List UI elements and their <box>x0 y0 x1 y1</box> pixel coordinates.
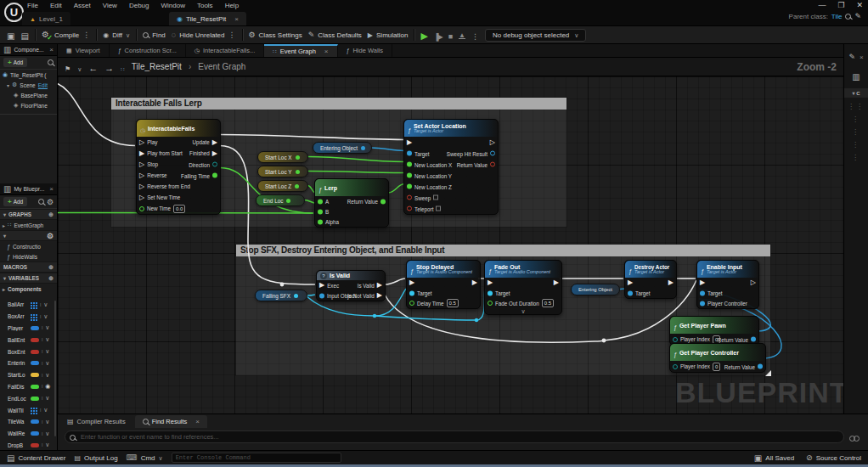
getter-start-loc-z[interactable]: Start Loc Z <box>257 180 308 192</box>
content-drawer-button[interactable]: Content Drawer <box>7 453 65 463</box>
add-blueprint-item-button[interactable]: Add <box>3 197 27 206</box>
collapse-icon[interactable] <box>3 222 5 228</box>
chevron-down-icon[interactable] <box>45 442 49 448</box>
visibility-eye-icon[interactable] <box>45 383 50 390</box>
node-is-valid[interactable]: ?Is Valid Exec Is Valid Input Object Is … <box>316 270 386 301</box>
close-icon[interactable] <box>49 185 54 193</box>
close-tab-icon[interactable]: × <box>195 418 200 425</box>
chevron-down-icon[interactable] <box>45 348 49 355</box>
eject-button[interactable] <box>459 31 465 39</box>
return-pin[interactable] <box>490 162 495 167</box>
exec-in-pin[interactable] <box>319 282 324 289</box>
gear-icon[interactable] <box>47 232 54 240</box>
bookmark-icon[interactable] <box>65 59 70 75</box>
scrollbar[interactable] <box>54 301 56 436</box>
node-lerp[interactable]: Lerp A Return Value B Alpha <box>314 178 389 228</box>
add-macro-icon[interactable] <box>48 264 54 271</box>
is-valid-exec-pin[interactable] <box>377 282 382 289</box>
parent-class-link[interactable]: Tile <box>831 13 843 20</box>
variable-row[interactable]: FallDis l <box>0 381 58 393</box>
collapse-icon[interactable] <box>3 286 5 292</box>
tab-level[interactable]: Level_1 <box>22 12 70 25</box>
forward-icon[interactable] <box>104 59 114 75</box>
node-timeline-interactablefalls[interactable]: InteractableFalls Play Update Play from … <box>136 119 221 215</box>
macros-section-header[interactable]: MACROS <box>0 262 57 273</box>
getter-falling-sfx[interactable]: Falling SFX <box>255 290 307 301</box>
stop-button[interactable] <box>448 27 453 42</box>
console-command-input[interactable] <box>172 453 341 463</box>
menu-item[interactable]: Edit <box>50 2 62 9</box>
variable-row[interactable]: TileWa l <box>0 416 58 428</box>
exec-pin[interactable] <box>212 150 217 157</box>
target-pin[interactable] <box>488 290 493 295</box>
variable-row[interactable]: WallRe l <box>0 428 58 440</box>
function-row-construction[interactable]: Constructio <box>0 241 57 251</box>
menu-item[interactable]: File <box>27 2 38 9</box>
exec-in-pin[interactable] <box>628 279 633 286</box>
expand-chevron-icon[interactable]: ∨ <box>485 308 561 314</box>
variables-section-header[interactable]: VARIABLES <box>0 273 57 284</box>
simulation-button[interactable]: Simulation <box>368 31 409 39</box>
close-icon[interactable] <box>49 46 54 53</box>
exec-in-pin[interactable] <box>409 279 414 286</box>
chevron-down-icon[interactable] <box>45 419 49 425</box>
expand-icon[interactable] <box>7 82 9 88</box>
function-row-hidewalls[interactable]: HideWalls <box>0 251 57 262</box>
new-time-value[interactable]: 0.0 <box>173 205 185 213</box>
fade-duration-value[interactable]: 0.5 <box>542 299 554 307</box>
menu-item[interactable]: Asset <box>74 2 91 9</box>
exec-pin[interactable] <box>212 139 217 146</box>
close-tab-icon[interactable]: × <box>324 48 329 55</box>
falling-time-pin[interactable] <box>212 173 217 178</box>
search-icon[interactable] <box>38 199 44 205</box>
chevron-down-icon[interactable] <box>45 360 49 367</box>
exec-out-pin[interactable] <box>751 279 756 286</box>
find-button[interactable]: Find <box>143 31 166 39</box>
new-location-z-pin[interactable] <box>407 184 412 189</box>
variable-row[interactable]: StartLo l <box>0 369 58 381</box>
delay-time-pin[interactable] <box>409 301 414 306</box>
drag-handle[interactable]: ⋮ <box>852 128 860 136</box>
node-get-player-pawn[interactable]: Get Player Pawn Player Index0 Return Val… <box>669 316 759 346</box>
pin-b[interactable] <box>318 209 323 214</box>
exec-pin[interactable] <box>139 161 144 168</box>
node-set-actor-location[interactable]: Set Actor LocationTarget is Actor Target… <box>403 119 499 215</box>
getter-end-loc[interactable]: End Loc <box>256 194 305 206</box>
options-icon[interactable] <box>228 31 236 39</box>
chevron-down-icon[interactable] <box>43 407 48 414</box>
exec-pin[interactable] <box>139 194 144 201</box>
compile-options-icon[interactable] <box>82 31 90 39</box>
find-in-blueprints-icon[interactable] <box>849 432 861 442</box>
browse-icon[interactable] <box>20 27 28 42</box>
getter-entering-object-2[interactable]: Entering Object <box>571 284 620 295</box>
add-variable-icon[interactable] <box>48 275 54 282</box>
pin-a[interactable] <box>318 199 323 204</box>
delay-time-value[interactable]: 0.5 <box>447 299 459 307</box>
components-group-row[interactable]: Components <box>0 284 57 294</box>
variable-row[interactable]: BallArr l <box>0 299 58 311</box>
node-stop-delayed[interactable]: Stop DelayedTarget is Audio Component Ta… <box>406 260 481 309</box>
debug-object-dropdown[interactable]: No debug object selected <box>485 29 586 42</box>
chevron-down-icon[interactable] <box>45 430 49 437</box>
output-pin[interactable] <box>296 155 300 160</box>
sweep-checkbox[interactable] <box>433 195 438 200</box>
output-pin[interactable] <box>361 146 365 150</box>
add-graph-icon[interactable] <box>48 211 54 218</box>
new-time-pin[interactable] <box>139 206 144 211</box>
player-index-pin[interactable] <box>673 337 678 342</box>
teleport-pin[interactable] <box>407 206 412 211</box>
variable-row[interactable]: Enterin l <box>0 357 58 369</box>
menu-item[interactable]: Tools <box>197 2 213 9</box>
chevron-down-icon[interactable] <box>45 336 49 343</box>
pin-alpha[interactable] <box>318 219 323 224</box>
menu-item[interactable]: View <box>103 2 117 9</box>
all-saved-status[interactable]: All Saved <box>754 453 794 463</box>
return-pin[interactable] <box>751 337 756 342</box>
output-pin[interactable] <box>294 294 298 298</box>
comment-title[interactable]: Stop SFX, Destroy Entering Object, and E… <box>236 245 770 256</box>
return-pin[interactable] <box>380 199 386 204</box>
exec-pin[interactable] <box>139 150 144 157</box>
collapsed-section-header[interactable]: C <box>844 88 868 98</box>
player-index-pin[interactable] <box>673 364 678 369</box>
player-index-value[interactable]: 0 <box>713 363 720 371</box>
